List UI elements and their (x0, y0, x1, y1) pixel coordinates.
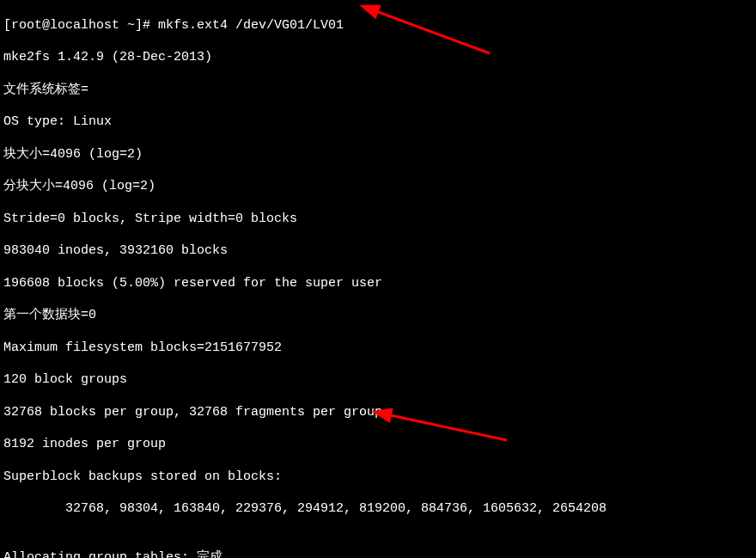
terminal-line: 第一个数据块=0 (3, 308, 753, 324)
terminal-line: Maximum filesystem blocks=2151677952 (3, 340, 753, 357)
terminal-line: OS type: Linux (3, 114, 753, 131)
terminal-output[interactable]: [root@localhost ~]# mkfs.ext4 /dev/VG01/… (0, 0, 756, 558)
terminal-line: Stride=0 blocks, Stripe width=0 blocks (3, 212, 753, 228)
terminal-line: 分块大小=4096 (log=2) (3, 179, 753, 195)
terminal-line: [root@localhost ~]# mkfs.ext4 /dev/VG01/… (3, 18, 753, 34)
terminal-line: 196608 blocks (5.00%) reserved for the s… (3, 276, 753, 292)
terminal-line: 32768 blocks per group, 32768 fragments … (3, 405, 753, 421)
terminal-line: 983040 inodes, 3932160 blocks (3, 243, 753, 260)
terminal-line: mke2fs 1.42.9 (28-Dec-2013) (3, 50, 753, 66)
terminal-line: 32768, 98304, 163840, 229376, 294912, 81… (3, 501, 753, 518)
terminal-line: 120 block groups (3, 372, 753, 389)
terminal-line: 8192 inodes per group (3, 437, 753, 453)
terminal-line: Allocating group tables: 完成 (3, 550, 753, 559)
terminal-line: 文件系统标签= (3, 83, 753, 99)
terminal-line: 块大小=4096 (log=2) (3, 147, 753, 163)
terminal-line: Superblock backups stored on blocks: (3, 469, 753, 486)
